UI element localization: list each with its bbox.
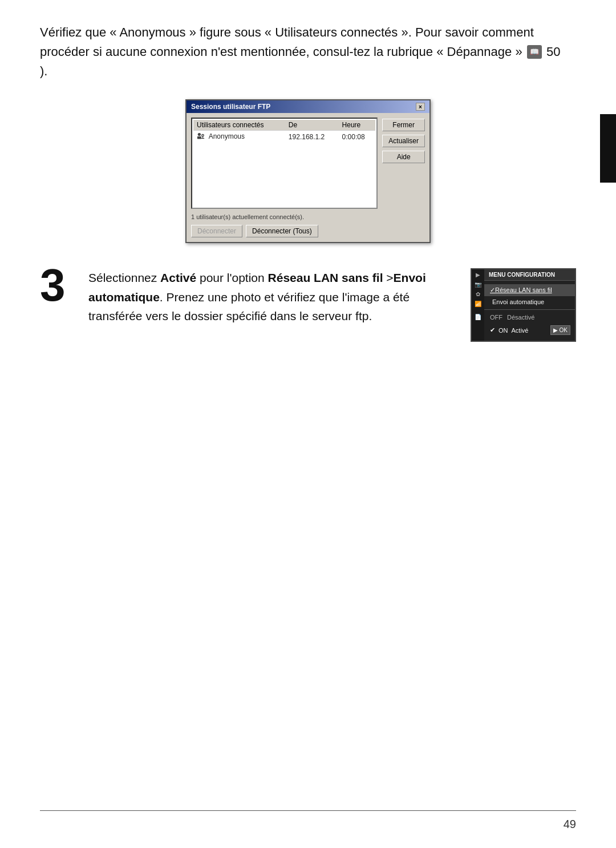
ftp-table-area: Utilisateurs connectés De Heure [191, 118, 378, 209]
envoi-menu-text: Envoi automatique [492, 298, 544, 305]
col-header-users: Utilisateurs connectés [193, 120, 285, 131]
page: Vérifiez que « Anonymous » figure sous «… [0, 0, 616, 848]
ok-button[interactable]: ▶ OK [550, 325, 570, 335]
right-tab-decoration [600, 114, 616, 183]
svg-point-2 [202, 135, 204, 137]
intro-text-main: Vérifiez que « Anonymous » figure sous «… [40, 25, 534, 59]
camera-icon: 📷 [475, 281, 481, 288]
deconnecter-button[interactable]: Déconnecter [191, 225, 242, 237]
camera-menu-outer: ▶ 📷 ✿ 📶 📄 MENU CONFIGURATION ✓Ré [472, 269, 575, 341]
menu-option-off[interactable]: OFF Désactivé [484, 312, 575, 323]
bottom-rule [40, 810, 576, 811]
menu-option-on[interactable]: ✔ ON Activé ▶ OK [484, 323, 575, 337]
actualiser-button[interactable]: Actualiser [382, 135, 425, 147]
ftp-dialog-wrapper: Sessions utilisateur FTP × Utilisateurs … [40, 99, 576, 243]
check-mark: ✔ [490, 326, 495, 334]
user-time: 0:00:08 [339, 131, 376, 143]
menu-header-title: MENU CONFIGURATION [489, 272, 555, 278]
user-ip: 192.168.1.2 [285, 131, 339, 143]
ftp-dialog-title: Sessions utilisateur FTP [191, 103, 270, 111]
off-label: OFF [490, 314, 504, 321]
step-réseau-lan: Réseau LAN [268, 271, 339, 284]
step-text: Sélectionnez Activé pour l'option Réseau… [88, 268, 453, 326]
step-3-section: 3 Sélectionnez Activé pour l'option Rése… [40, 268, 576, 342]
step-text-part3: sans fil [338, 271, 383, 284]
ftp-dialog: Sessions utilisateur FTP × Utilisateurs … [185, 99, 431, 243]
camera-sidebar-icons: ▶ 📷 ✿ 📶 📄 [472, 269, 484, 341]
ftp-right-panel: Fermer Actualiser Aide [382, 118, 425, 237]
step-number: 3 [40, 263, 71, 308]
col-header-de: De [285, 120, 339, 131]
menu-item-envoi[interactable]: Envoi automatique [484, 296, 575, 308]
camera-menu-body: ✓Réseau LAN sans fil Envoi automatique O… [484, 281, 575, 341]
user-cell: Anonymous [193, 131, 285, 143]
step-text-part1: Sélectionnez [88, 271, 160, 284]
col-header-heure: Heure [339, 120, 376, 131]
menu-divider [484, 309, 575, 310]
off-text: Désactivé [507, 314, 534, 321]
flower-icon: ✿ [476, 291, 480, 297]
on-text: Activé [512, 327, 529, 334]
wifi-icon: 📶 [475, 301, 481, 307]
wireless-menu-text: ✓Réseau LAN sans fil [490, 286, 552, 294]
svg-rect-1 [197, 136, 201, 139]
svg-point-0 [198, 133, 201, 136]
on-option-left: ✔ ON Activé [490, 326, 528, 334]
ftp-left-panel: Utilisateurs connectés De Heure [191, 118, 378, 237]
step-activé: Activé [160, 271, 196, 284]
intro-page-ref-number: 50 [546, 45, 560, 59]
camera-menu-content: MENU CONFIGURATION ✓Réseau LAN sans fil … [484, 269, 575, 341]
on-label: ON [499, 327, 508, 334]
intro-text-suffix: ). [40, 64, 47, 78]
ftp-title-bar: Sessions utilisateur FTP × [187, 100, 429, 113]
page-number: 49 [564, 818, 576, 831]
ftp-bottom-buttons: Déconnecter Déconnecter (Tous) [191, 225, 378, 237]
intro-paragraph: Vérifiez que « Anonymous » figure sous «… [40, 23, 565, 81]
aide-button[interactable]: Aide [382, 151, 425, 163]
ftp-users-table: Utilisateurs connectés De Heure [193, 120, 375, 143]
play-icon: ▶ [476, 272, 480, 278]
ftp-status-text: 1 utilisateur(s) actuellement connecté(s… [191, 212, 378, 221]
document-icon: 📄 [475, 314, 481, 320]
camera-menu-header: MENU CONFIGURATION [484, 269, 575, 281]
user-name: Anonymous [209, 132, 245, 140]
ftp-dialog-body: Utilisateurs connectés De Heure [187, 113, 429, 242]
page-ref-icon: 📖 [527, 45, 542, 59]
menu-item-wireless[interactable]: ✓Réseau LAN sans fil [484, 284, 575, 296]
fermer-button[interactable]: Fermer [382, 119, 425, 131]
camera-menu-image: ▶ 📷 ✿ 📶 📄 MENU CONFIGURATION ✓Ré [471, 268, 576, 342]
ftp-close-button[interactable]: × [416, 103, 425, 111]
deconnecter-tous-button[interactable]: Déconnecter (Tous) [246, 225, 318, 237]
step-text-part2: pour l'option [196, 271, 268, 284]
user-network-icon [197, 132, 205, 140]
step-arrow: > [383, 271, 393, 284]
table-row[interactable]: Anonymous 192.168.1.2 0:00:08 [193, 131, 375, 143]
camera-menu: ▶ 📷 ✿ 📶 📄 MENU CONFIGURATION ✓Ré [471, 268, 576, 342]
